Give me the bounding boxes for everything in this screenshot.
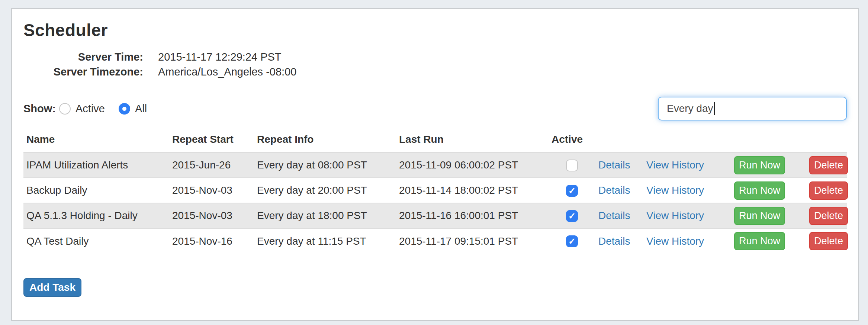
active-checkbox[interactable] xyxy=(566,160,578,171)
header-delete-spacer xyxy=(806,128,847,152)
active-cell: ✓ xyxy=(549,203,595,228)
repeat-start-cell: 2015-Nov-16 xyxy=(169,228,254,254)
show-filter-radio-group: ActiveAll xyxy=(56,103,147,115)
repeat-info-cell: Every day at 11:15 PST xyxy=(254,228,396,254)
repeat-info-cell: Every day at 08:00 PST xyxy=(254,152,396,178)
task-name-cell: Backup Daily xyxy=(23,178,169,203)
repeat-start-cell: 2015-Nov-03 xyxy=(169,203,254,228)
header-details-spacer xyxy=(595,128,643,152)
run-now-cell: Run Now xyxy=(731,178,806,203)
header-name: Name xyxy=(23,128,169,152)
details-cell: Details xyxy=(595,152,643,178)
details-cell: Details xyxy=(595,228,643,254)
active-cell: ✓ xyxy=(549,228,595,254)
radio-button-active[interactable] xyxy=(59,103,71,115)
show-filter-label: Show: xyxy=(23,103,56,115)
server-timezone-label: Server Timezone: xyxy=(23,64,143,79)
view-history-cell: View History xyxy=(643,228,731,254)
header-repeat-start: Repeat Start xyxy=(169,128,254,152)
page-title: Scheduler xyxy=(23,20,847,40)
server-time-value: 2015-11-17 12:29:24 PST xyxy=(158,49,282,64)
run-now-cell: Run Now xyxy=(731,203,806,228)
delete-button[interactable]: Delete xyxy=(809,181,848,200)
details-cell: Details xyxy=(595,203,643,228)
active-cell xyxy=(549,152,595,178)
run-now-button[interactable]: Run Now xyxy=(734,156,785,174)
task-name-cell: IPAM Utilization Alerts xyxy=(23,152,169,178)
last-run-cell: 2015-11-16 16:00:01 PST xyxy=(396,203,549,228)
details-link[interactable]: Details xyxy=(598,159,630,171)
show-filter-option: All xyxy=(115,103,147,115)
view-history-link[interactable]: View History xyxy=(646,159,704,171)
view-history-cell: View History xyxy=(643,152,731,178)
task-name-cell: QA 5.1.3 Holding - Daily xyxy=(23,203,169,228)
last-run-cell: 2015-11-09 06:00:02 PST xyxy=(396,152,549,178)
radio-button-all[interactable] xyxy=(119,103,130,115)
run-now-button[interactable]: Run Now xyxy=(734,232,785,250)
text-cursor-icon xyxy=(714,102,715,115)
search-input[interactable]: Every day xyxy=(658,97,847,120)
table-row: Backup Daily 2015-Nov-03 Every day at 20… xyxy=(23,178,847,203)
header-repeat-info: Repeat Info xyxy=(254,128,396,152)
delete-button[interactable]: Delete xyxy=(809,232,848,250)
repeat-start-cell: 2015-Nov-03 xyxy=(169,178,254,203)
active-checkbox[interactable]: ✓ xyxy=(566,210,578,222)
delete-cell: Delete xyxy=(806,228,847,254)
radio-label-active[interactable]: Active xyxy=(75,103,105,115)
details-link[interactable]: Details xyxy=(598,210,630,221)
view-history-link[interactable]: View History xyxy=(646,210,704,221)
filter-bar: Show: ActiveAll Every day xyxy=(23,96,847,121)
server-info: Server Time: 2015-11-17 12:29:24 PST Ser… xyxy=(23,49,847,79)
repeat-info-cell: Every day at 20:00 PST xyxy=(254,178,396,203)
scheduler-panel: Scheduler Server Time: 2015-11-17 12:29:… xyxy=(11,8,859,321)
add-task-button[interactable]: Add Task xyxy=(23,278,81,297)
active-cell: ✓ xyxy=(549,178,595,203)
last-run-cell: 2015-11-17 09:15:01 PST xyxy=(396,228,549,254)
run-now-button[interactable]: Run Now xyxy=(734,207,785,225)
server-timezone-value: America/Los_Angeles -08:00 xyxy=(158,64,296,79)
run-now-cell: Run Now xyxy=(731,228,806,254)
view-history-cell: View History xyxy=(643,203,731,228)
header-last-run: Last Run xyxy=(396,128,549,152)
details-link[interactable]: Details xyxy=(598,235,630,247)
table-row: QA Test Daily 2015-Nov-16 Every day at 1… xyxy=(23,228,847,254)
table-row: IPAM Utilization Alerts 2015-Jun-26 Ever… xyxy=(23,152,847,178)
delete-cell: Delete xyxy=(806,152,847,178)
delete-cell: Delete xyxy=(806,203,847,228)
show-filter-option: Active xyxy=(56,103,105,115)
repeat-start-cell: 2015-Jun-26 xyxy=(169,152,254,178)
search-input-value: Every day xyxy=(667,103,713,115)
header-run-now-spacer xyxy=(731,128,806,152)
last-run-cell: 2015-11-14 18:00:02 PST xyxy=(396,178,549,203)
view-history-cell: View History xyxy=(643,178,731,203)
repeat-info-cell: Every day at 18:00 PST xyxy=(254,203,396,228)
header-view-history-spacer xyxy=(643,128,731,152)
server-time-label: Server Time: xyxy=(23,49,143,64)
run-now-cell: Run Now xyxy=(731,152,806,178)
scheduler-table: Name Repeat Start Repeat Info Last Run A… xyxy=(23,128,847,254)
view-history-link[interactable]: View History xyxy=(646,235,704,247)
delete-cell: Delete xyxy=(806,178,847,203)
header-active: Active xyxy=(549,128,595,152)
table-header-row: Name Repeat Start Repeat Info Last Run A… xyxy=(23,128,847,152)
radio-label-all[interactable]: All xyxy=(135,103,147,115)
task-name-cell: QA Test Daily xyxy=(23,228,169,254)
run-now-button[interactable]: Run Now xyxy=(734,181,785,200)
active-checkbox[interactable]: ✓ xyxy=(566,185,578,197)
details-link[interactable]: Details xyxy=(598,184,630,196)
table-row: QA 5.1.3 Holding - Daily 2015-Nov-03 Eve… xyxy=(23,203,847,228)
delete-button[interactable]: Delete xyxy=(809,207,848,225)
view-history-link[interactable]: View History xyxy=(646,184,704,196)
active-checkbox[interactable]: ✓ xyxy=(566,235,578,247)
delete-button[interactable]: Delete xyxy=(809,156,848,174)
details-cell: Details xyxy=(595,178,643,203)
